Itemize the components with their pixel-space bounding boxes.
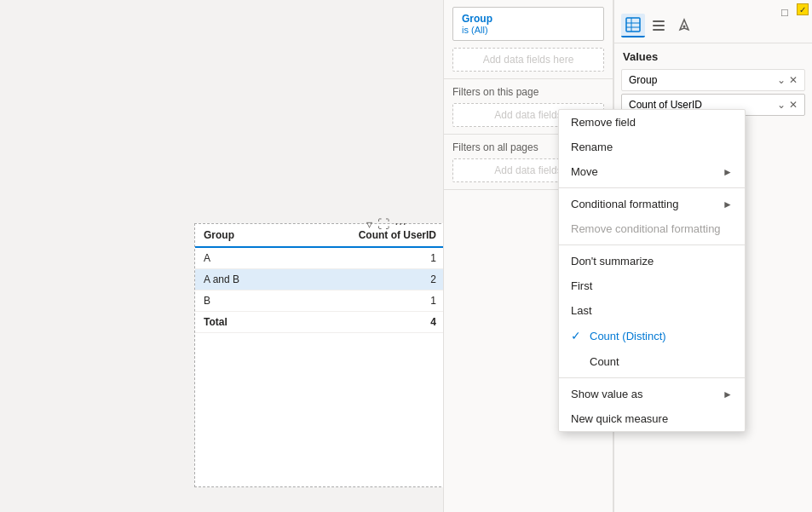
check-icon: ✓ <box>571 329 583 342</box>
table-row[interactable]: A 1 <box>195 247 445 269</box>
menu-item-move[interactable]: Move ► <box>559 159 745 184</box>
svg-rect-5 <box>653 25 665 26</box>
chevron-down-icon[interactable]: ⌄ <box>777 99 786 111</box>
row-count-a: 1 <box>285 247 445 269</box>
menu-item-label: Last <box>571 304 592 317</box>
menu-item-new-quick-measure[interactable]: New quick measure <box>559 406 745 431</box>
table-row[interactable]: B 1 <box>195 291 445 312</box>
pill-actions: ⌄ ✕ <box>777 74 798 86</box>
expand-icon[interactable]: ⛶ <box>377 217 389 231</box>
add-data-btn-top[interactable]: Add data fields here <box>452 48 604 72</box>
menu-item-remove-field[interactable]: Remove field <box>559 110 745 135</box>
menu-item-label: Remove conditional formatting <box>571 222 721 235</box>
filter-icon[interactable]: ▿ <box>366 217 372 231</box>
submenu-arrow-icon: ► <box>723 166 733 178</box>
data-table: Group Count of UserID A 1 A and B 2 B 1 … <box>195 224 445 333</box>
menu-item-conditional-formatting[interactable]: Conditional formatting ► <box>559 192 745 216</box>
menu-item-last[interactable]: Last <box>559 298 745 323</box>
field-label: Group <box>629 74 657 86</box>
menu-item-count-distinct[interactable]: ✓ Count (Distinct) <box>559 323 745 348</box>
rp-corner-icons: □ ✓ <box>776 3 809 20</box>
menu-item-dont-summarize[interactable]: Don't summarize <box>559 249 745 273</box>
group-filter-section: Group is (All) Add data fields here <box>444 0 613 79</box>
total-row: Total 4 <box>195 312 445 333</box>
submenu-arrow-icon: ► <box>723 198 733 210</box>
total-label: Total <box>195 312 285 333</box>
submenu-arrow-icon: ► <box>723 388 733 400</box>
row-group-b: B <box>195 291 285 312</box>
field-list-icon[interactable] <box>647 14 671 37</box>
chevron-down-icon[interactable]: ⌄ <box>777 74 786 86</box>
menu-item-count[interactable]: Count <box>559 348 745 374</box>
menu-item-label: New quick measure <box>571 412 668 425</box>
menu-item-remove-conditional: Remove conditional formatting <box>559 216 745 241</box>
menu-item-label: Rename <box>571 141 613 153</box>
menu-item-label: Move <box>571 165 598 178</box>
menu-item-label: Count <box>590 355 619 368</box>
total-value: 4 <box>285 312 445 333</box>
svg-rect-4 <box>653 20 665 22</box>
row-group-a: A <box>195 247 285 269</box>
menu-divider <box>559 377 745 378</box>
col-group-header: Group <box>195 224 285 247</box>
table-header-row: Group Count of UserID <box>195 224 445 247</box>
row-group-ab: A and B <box>195 269 285 291</box>
table-row[interactable]: A and B 2 <box>195 269 445 291</box>
menu-item-label: Don't summarize <box>571 255 654 268</box>
format-icon[interactable] <box>672 14 696 37</box>
field-pill-group[interactable]: Group ⌄ ✕ <box>621 69 805 91</box>
group-filter-label: Group <box>462 13 595 25</box>
filters-this-page-title: Filters on this page <box>452 86 604 98</box>
close-icon[interactable]: ✕ <box>789 99 798 111</box>
values-section-title: Values <box>614 43 812 66</box>
table-visual: Group Count of UserID A 1 A and B 2 B 1 … <box>194 223 446 487</box>
menu-item-rename[interactable]: Rename <box>559 135 745 159</box>
table-visualization-icon[interactable] <box>621 14 645 37</box>
close-icon[interactable]: ✕ <box>789 74 798 86</box>
menu-item-label: Conditional formatting <box>571 198 678 210</box>
menu-item-label: Count (Distinct) <box>590 330 666 342</box>
group-filter-value: is (All) <box>462 25 595 35</box>
yellow-checkbox-icon[interactable]: ✓ <box>797 3 809 15</box>
menu-divider <box>559 244 745 245</box>
menu-item-first[interactable]: First <box>559 273 745 298</box>
menu-divider <box>559 187 745 188</box>
menu-item-label: Show value as <box>571 388 643 400</box>
window-icon[interactable]: □ <box>776 3 793 20</box>
table-toolbar: ▿ ⛶ ⋯ <box>366 217 406 231</box>
svg-rect-6 <box>653 29 665 31</box>
menu-item-label: First <box>571 279 592 292</box>
menu-item-label: Remove field <box>571 116 636 129</box>
pill-actions: ⌄ ✕ <box>777 99 798 111</box>
col-count-header: Count of UserID <box>285 224 445 247</box>
context-menu: Remove field Rename Move ► Conditional f… <box>558 109 746 432</box>
check-placeholder <box>571 354 583 368</box>
svg-point-7 <box>683 26 686 28</box>
group-filter-box[interactable]: Group is (All) <box>452 7 604 41</box>
row-count-ab: 2 <box>285 269 445 291</box>
more-icon[interactable]: ⋯ <box>394 217 406 231</box>
menu-item-show-value-as[interactable]: Show value as ► <box>559 382 745 406</box>
row-count-b: 1 <box>285 291 445 312</box>
svg-rect-0 <box>626 18 640 32</box>
